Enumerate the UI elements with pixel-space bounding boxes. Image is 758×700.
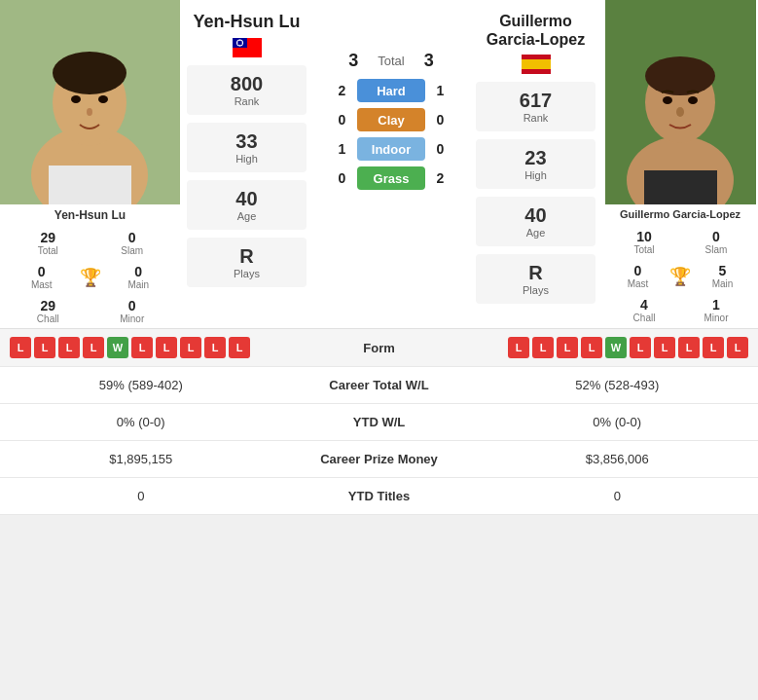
left-center-stats: Yen-Hsun Lu 800 Rank <box>180 0 313 291</box>
left-player-stats-3: 29 Chall 0 Minor <box>0 294 180 328</box>
indoor-badge: Indoor <box>357 137 425 161</box>
left-form-5: W <box>107 337 128 358</box>
left-rank-box: 800 Rank <box>187 65 307 115</box>
left-player-name-top: Yen-Hsun Lu <box>193 6 300 34</box>
indoor-left: 1 <box>335 141 349 157</box>
right-chall-label: Chall <box>633 313 656 323</box>
left-minor-label: Minor <box>120 313 144 324</box>
right-chall-value: 4 <box>640 297 648 313</box>
left-player-section: Yen-Hsun Lu 29 Total 0 Slam 0 Mast <box>0 0 180 328</box>
left-form-2: L <box>34 337 55 358</box>
left-total-stat: 29 Total <box>6 230 90 256</box>
left-flag-row <box>233 38 262 57</box>
left-form-7: L <box>156 337 177 358</box>
right-slam-stat: 0 Slam <box>680 229 752 255</box>
prize-money-row: $1,895,155 Career Prize Money $3,856,006 <box>0 441 758 478</box>
total-row: 3 Total 3 <box>348 51 434 71</box>
clay-left: 0 <box>335 112 349 128</box>
clay-right: 0 <box>433 112 448 128</box>
right-form-6: L <box>630 337 651 358</box>
grass-right: 2 <box>433 170 448 186</box>
right-player-stats: 10 Total 0 Slam <box>602 225 758 259</box>
right-mast-stat: 0 Mast <box>608 263 668 289</box>
form-section: L L L L W L L L L L Form L L L L W L L L… <box>0 328 758 366</box>
ytd-titles-right: 0 <box>477 481 759 511</box>
left-trophy-icon: 🏆 <box>80 267 101 288</box>
left-total-label: Total <box>38 245 58 256</box>
right-form-10: L <box>727 337 748 358</box>
svg-point-6 <box>98 95 108 103</box>
career-total-left: 59% (589-402) <box>0 370 282 400</box>
left-chall-stat: 29 Chall <box>6 298 90 324</box>
left-age-box: 40 Age <box>187 180 307 230</box>
svg-point-25 <box>688 96 698 104</box>
total-right: 3 <box>424 51 434 71</box>
ytd-wl-right: 0% (0-0) <box>477 407 759 437</box>
surfaces-section: 3 Total 3 2 Hard 1 0 Clay 0 1 Indoor <box>313 0 469 190</box>
left-main-value: 0 <box>134 264 142 279</box>
surface-hard-row: 2 Hard 1 <box>335 79 448 102</box>
ytd-wl-left: 0% (0-0) <box>0 407 282 437</box>
right-high-label: High <box>524 169 547 181</box>
ytd-wl-label: YTD W/L <box>282 407 477 437</box>
right-player-name-top: Guillermo Garcia-Lopez <box>487 6 585 51</box>
surface-indoor-row: 1 Indoor 0 <box>335 137 448 161</box>
right-player-stats-3: 4 Chall 1 Minor <box>602 293 758 327</box>
left-high-value: 33 <box>235 130 257 153</box>
taiwan-flag <box>233 38 262 57</box>
right-plays-value: R <box>528 262 542 284</box>
left-rank-value: 800 <box>231 73 263 95</box>
right-plays-box: R Plays <box>476 254 596 304</box>
hard-right: 1 <box>433 83 448 98</box>
left-slam-label: Slam <box>121 245 143 256</box>
total-left: 3 <box>348 51 358 71</box>
left-plays-box: R Plays <box>187 238 307 287</box>
right-form-2: L <box>532 337 554 358</box>
prize-money-label: Career Prize Money <box>282 444 477 474</box>
career-total-row: 59% (589-402) Career Total W/L 52% (528-… <box>0 367 758 404</box>
left-form-8: L <box>180 337 201 358</box>
left-mast-value: 0 <box>38 264 46 279</box>
left-form-1: L <box>10 337 31 358</box>
left-minor-stat: 0 Minor <box>90 298 175 324</box>
right-total-stat: 10 Total <box>608 229 680 255</box>
right-minor-label: Minor <box>704 313 728 323</box>
right-slam-label: Slam <box>705 244 728 255</box>
ytd-titles-label: YTD Titles <box>282 481 477 511</box>
left-total-value: 29 <box>40 230 55 245</box>
left-form-9: L <box>204 337 226 358</box>
right-form-7: L <box>654 337 675 358</box>
svg-point-12 <box>237 41 242 46</box>
left-player-photo <box>0 0 180 204</box>
right-player-name-label: Guillermo Garcia-Lopez <box>618 204 742 225</box>
right-plays-label: Plays <box>523 284 549 296</box>
career-total-label: Career Total W/L <box>282 370 477 400</box>
main-container: Yen-Hsun Lu 29 Total 0 Slam 0 Mast <box>0 0 758 515</box>
form-label: Form <box>363 341 395 355</box>
right-trophy-icon: 🏆 <box>669 266 691 287</box>
right-age-value: 40 <box>524 204 546 227</box>
left-age-value: 40 <box>235 188 257 210</box>
grass-left: 0 <box>335 170 349 186</box>
left-minor-value: 0 <box>128 298 136 313</box>
left-high-box: 33 High <box>187 123 307 172</box>
svg-point-23 <box>645 56 715 95</box>
right-minor-value: 1 <box>712 297 720 313</box>
right-player-stats-2: 0 Mast 🏆 5 Main <box>602 259 758 293</box>
players-row: Yen-Hsun Lu 29 Total 0 Slam 0 Mast <box>0 0 758 328</box>
svg-point-5 <box>71 95 81 103</box>
left-high-label: High <box>235 153 258 165</box>
right-minor-stat: 1 Minor <box>680 297 752 323</box>
indoor-right: 0 <box>433 141 448 157</box>
left-player-name-label: Yen-Hsun Lu <box>53 204 127 226</box>
left-main-label: Main <box>127 279 149 290</box>
right-rank-label: Rank <box>523 112 549 124</box>
right-age-label: Age <box>526 227 546 239</box>
surface-rows: 2 Hard 1 0 Clay 0 1 Indoor 0 0 Grass <box>313 79 469 190</box>
prize-money-right: $3,856,006 <box>477 444 759 474</box>
left-slam-value: 0 <box>128 230 136 245</box>
right-form-1: L <box>508 337 529 358</box>
right-form-3: L <box>557 337 578 358</box>
right-mast-value: 0 <box>634 263 642 278</box>
left-plays-value: R <box>239 245 253 268</box>
